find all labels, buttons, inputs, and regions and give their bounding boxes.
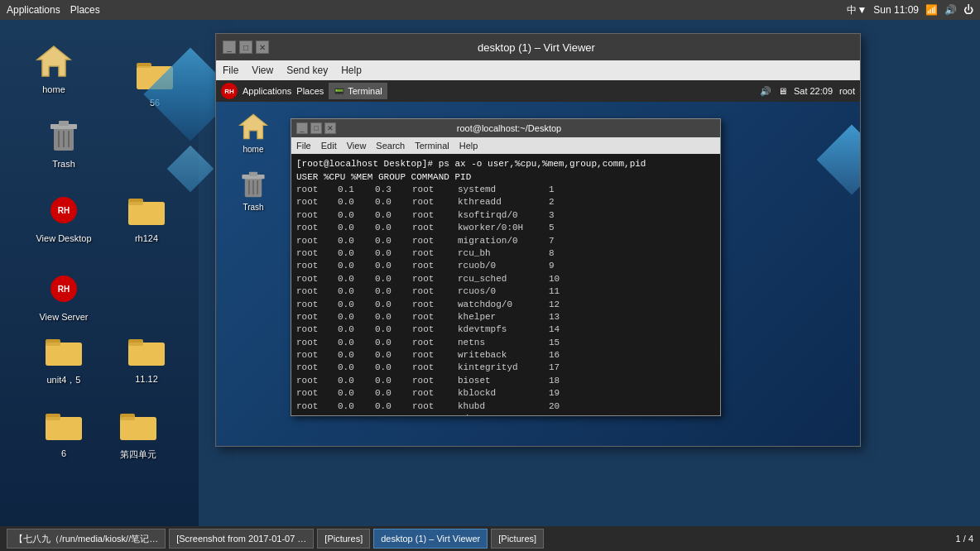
terminal-minimize-btn[interactable]: _ — [296, 122, 308, 134]
terminal-row: root0.00.0rootmigration/07 — [296, 235, 715, 247]
applications-menu[interactable]: Applications — [7, 4, 60, 16]
taskbar-page-indicator: 1 / 4 — [956, 534, 973, 544]
system-bar-right: 中▼ Sun 11:09 📶 🔊 ⏻ — [847, 3, 973, 17]
virt-menu-bar: File View Send key Help — [216, 60, 860, 80]
terminal-row: root0.00.0rootkhelper13 — [296, 311, 715, 323]
rh-server-icon: RH — [44, 269, 84, 309]
vm-taskbar-right: 🔊 🖥 Sat 22:09 root — [760, 86, 855, 97]
taskbar-item-tb-pictures2[interactable]: [Pictures] — [491, 529, 544, 549]
terminal-row: root0.00.0rootkintegrityd17 — [296, 362, 715, 374]
desktop: home 56 Trash RH — [0, 20, 199, 551]
taskbar-item-tb-qidian[interactable]: 【七八九（/run/media/kiosk//笔记… — [7, 529, 166, 549]
virt-menu-help[interactable]: Help — [341, 65, 362, 76]
virt-minimize-btn[interactable]: _ — [223, 41, 236, 54]
terminal-row: root0.00.0rootkdevtmpfs14 — [296, 323, 715, 336]
svg-rect-28 — [249, 172, 257, 176]
terminal-menu-view[interactable]: View — [347, 141, 367, 151]
desktop-icon-fourth[interactable]: 第四单元 — [101, 405, 175, 461]
terminal-row: root0.00.0rootwatchdog/012 — [296, 299, 715, 311]
terminal-close-btn[interactable]: ✕ — [324, 122, 336, 134]
taskbar-items: 【七八九（/run/media/kiosk//笔记…[Screenshot fr… — [7, 529, 544, 549]
vm-icon-trash[interactable]: Trash — [224, 168, 282, 212]
places-menu[interactable]: Places — [70, 4, 100, 16]
terminal-row: root0.00.0rootrcuob/09 — [296, 260, 715, 272]
terminal-row: root0.00.0rootkworker/0:0H5 — [296, 222, 715, 234]
system-bar-left: Applications Places — [7, 4, 100, 16]
svg-rect-6 — [59, 121, 69, 126]
desktop-icon-home[interactable]: home — [17, 41, 91, 94]
taskbar-item-tb-virt[interactable]: desktop (1) – Virt Viewer — [373, 529, 488, 549]
svg-marker-25 — [240, 114, 267, 138]
desktop-icon-trash[interactable]: Trash — [26, 116, 101, 169]
terminal-row: root0.00.0rootbioset18 — [296, 375, 715, 387]
terminal-menu-help[interactable]: Help — [459, 141, 478, 151]
virt-menu-file[interactable]: File — [223, 65, 238, 76]
terminal-window-controls: _ □ ✕ — [296, 122, 336, 134]
decoration-diamond-small — [167, 146, 214, 193]
virt-window-title: desktop (1) – Virt Viewer — [269, 41, 804, 54]
virt-menu-view[interactable]: View — [252, 65, 273, 76]
terminal-maximize-btn[interactable]: □ — [310, 122, 322, 134]
svg-rect-18 — [128, 343, 165, 366]
vm-places-menu[interactable]: Places — [296, 86, 324, 96]
trash-icon — [44, 116, 84, 156]
terminal-menu-bar: File Edit View Search Terminal Help — [291, 137, 720, 154]
desktop-icon-1112[interactable]: 11.12 — [109, 331, 184, 384]
rh124-label: rh124 — [135, 233, 158, 243]
1112-label: 11.12 — [135, 374, 158, 384]
terminal-row: root0.00.0rootrcu_bh8 — [296, 247, 715, 260]
desktop-icon-view-server[interactable]: RH View Server — [26, 269, 101, 322]
input-method[interactable]: 中▼ — [847, 3, 867, 17]
desktop-icon-rh124[interactable]: rh124 — [109, 190, 184, 243]
taskbar-item-tb-screenshot[interactable]: [Screenshot from 2017-01-07 … — [169, 529, 314, 549]
terminal-row: root0.00.0rootmd21 — [296, 413, 715, 415]
view-server-label: View Server — [39, 312, 88, 322]
terminal-command-line: [root@localhost Desktop]# ps ax -o user,… — [296, 159, 715, 169]
terminal-menu-search[interactable]: Search — [376, 141, 405, 151]
bottom-taskbar: 【七八九（/run/media/kiosk//笔记…[Screenshot fr… — [0, 526, 980, 551]
vm-rh-logo: RH — [221, 83, 238, 99]
terminal-window: _ □ ✕ root@localhost:~/Desktop File Edit… — [291, 118, 721, 416]
terminal-body[interactable]: [root@localhost Desktop]# ps ax -o user,… — [291, 154, 720, 415]
virt-menu-sendkey[interactable]: Send key — [286, 65, 328, 76]
home-icon — [34, 41, 74, 81]
desktop-icon-unit45[interactable]: unit4，5 — [26, 331, 101, 386]
terminal-menu-terminal[interactable]: Terminal — [415, 141, 449, 151]
vm-icon-home[interactable]: home — [224, 110, 282, 154]
terminal-row: root0.10.3rootsystemd1 — [296, 184, 715, 196]
vm-screen-icon: 🖥 — [778, 86, 787, 96]
folder-fourth-icon — [118, 405, 158, 445]
vm-volume-icon: 🔊 — [760, 86, 771, 97]
virt-close-btn[interactable]: ✕ — [256, 41, 269, 54]
vm-taskbar: RH Applications Places 📟 Terminal 🔊 🖥 Sa… — [216, 80, 860, 102]
taskbar-item-tb-pictures[interactable]: [Pictures] — [317, 529, 370, 549]
terminal-row: root0.00.0rootkblockd19 — [296, 387, 715, 400]
vm-applications-menu[interactable]: Applications — [243, 86, 291, 96]
svg-rect-15 — [46, 343, 82, 366]
power-icon[interactable]: ⏻ — [963, 4, 973, 16]
vm-terminal-menu[interactable]: 📟 Terminal — [329, 83, 387, 99]
folder-6-label: 6 — [61, 448, 66, 458]
svg-rect-24 — [120, 417, 156, 440]
svg-rect-21 — [46, 417, 82, 440]
terminal-row: root0.00.0rootrcuos/011 — [296, 285, 715, 298]
vm-trash-icon — [237, 168, 270, 201]
vm-home-label: home — [243, 145, 263, 154]
desktop-icon-view-desktop[interactable]: RH View Desktop — [26, 190, 101, 243]
wifi-icon: 📶 — [925, 4, 938, 16]
system-bar: Applications Places 中▼ Sun 11:09 📶 🔊 ⏻ — [0, 0, 980, 20]
folder-1112-icon — [127, 331, 166, 371]
terminal-row: root0.00.0rootkhubd20 — [296, 400, 715, 413]
terminal-header: USER %CPU %MEM GROUP COMMAND PID — [296, 172, 715, 182]
virt-maximize-btn[interactable]: □ — [239, 41, 252, 54]
desktop-icon-6[interactable]: 6 — [26, 405, 101, 458]
folder-unit45-icon — [44, 331, 84, 371]
vm-trash-label: Trash — [243, 203, 263, 212]
vm-desktop-content: home Trash — [216, 102, 860, 446]
virt-viewer-window: _ □ ✕ desktop (1) – Virt Viewer File Vie… — [215, 33, 861, 447]
home-label: home — [42, 84, 65, 94]
terminal-menu-file[interactable]: File — [296, 141, 311, 151]
terminal-row: root0.00.0rootwriteback16 — [296, 349, 715, 362]
volume-icon[interactable]: 🔊 — [944, 4, 957, 16]
terminal-menu-edit[interactable]: Edit — [321, 141, 337, 151]
